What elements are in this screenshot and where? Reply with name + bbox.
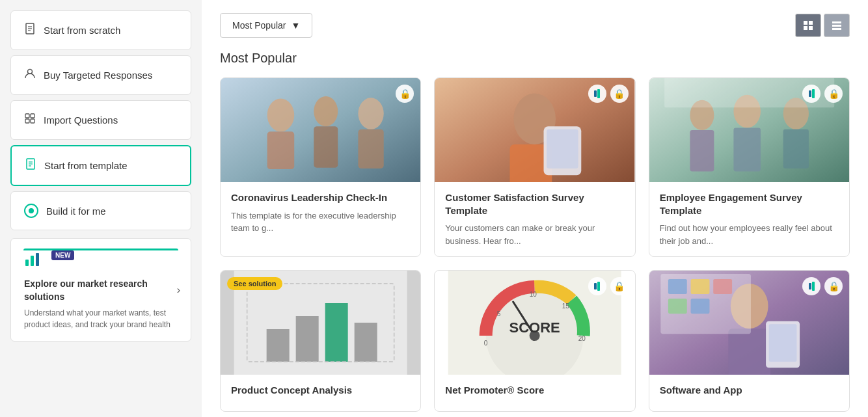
card-title-product: Product Concept Analysis	[231, 384, 410, 397]
sidebar-item-template[interactable]: Start from template	[10, 145, 191, 186]
svg-rect-13	[25, 260, 29, 266]
import-icon	[24, 113, 36, 128]
targeted-label: Buy Targeted Responses	[44, 70, 152, 81]
svg-rect-25	[267, 131, 295, 169]
svg-rect-63	[768, 324, 796, 362]
card-title-leadership: Coronavirus Leadership Check-In	[231, 191, 410, 204]
sm-badge-customer	[588, 85, 606, 103]
svg-rect-39	[733, 128, 761, 172]
card-title-nps: Net Promoter® Score	[445, 384, 624, 397]
card-desc-employee: Find out how your employees really feel …	[660, 222, 839, 247]
card-desc-leadership: This template is for the executive leade…	[231, 209, 410, 235]
build-circle-icon	[24, 204, 38, 218]
svg-rect-65	[668, 279, 687, 294]
svg-rect-69	[690, 299, 709, 314]
svg-rect-6	[31, 114, 34, 118]
svg-point-26	[314, 96, 338, 126]
svg-rect-18	[804, 26, 807, 30]
view-toggle	[795, 14, 850, 37]
lock-badge-customer: 🔒	[610, 85, 629, 103]
svg-rect-44	[267, 329, 290, 362]
scratch-label: Start from scratch	[44, 25, 120, 36]
market-desc: Understand what your market wants, test …	[24, 307, 178, 330]
card-image-customer: 🔒	[435, 78, 634, 182]
sidebar: Start from scratch Buy Targeted Response…	[0, 0, 202, 417]
sm-badge-software	[802, 277, 821, 295]
svg-rect-20	[832, 21, 841, 23]
svg-rect-47	[355, 323, 377, 362]
new-badge: NEW	[51, 250, 74, 260]
template-label: Start from template	[44, 160, 128, 171]
svg-text:SCORE: SCORE	[509, 319, 560, 336]
lock-badge-software: 🔒	[824, 277, 843, 295]
card-body-software: Software and App	[649, 375, 849, 411]
sidebar-item-scratch[interactable]: Start from scratch	[10, 10, 191, 50]
market-title: Explore our market research solutions	[24, 278, 178, 303]
svg-rect-29	[358, 129, 383, 168]
sm-badge-nps	[588, 277, 606, 295]
template-card-nps[interactable]: SCORE 0 5 10 15 20 🔒 Net Promoter	[434, 270, 635, 412]
templates-grid: 🔒 Coronavirus Leadership Check-In This t…	[220, 77, 850, 412]
main-content: Most Popular ▼ Most Popular	[202, 0, 868, 417]
svg-point-28	[358, 98, 383, 129]
svg-text:0: 0	[484, 340, 488, 347]
card-title-customer: Customer Satisfaction Survey Template	[445, 191, 624, 217]
svg-rect-61	[728, 329, 770, 375]
sidebar-item-build[interactable]: Build it for me	[10, 191, 191, 230]
grid-view-button[interactable]	[795, 14, 821, 37]
sidebar-item-import[interactable]: Import Questions	[10, 100, 191, 140]
svg-rect-21	[832, 25, 841, 27]
toolbar: Most Popular ▼	[220, 13, 850, 38]
svg-rect-67	[713, 279, 732, 294]
market-arrow-icon: ›	[177, 284, 180, 296]
import-label: Import Questions	[44, 114, 118, 126]
template-card-employee[interactable]: 🔒 Employee Engagement Survey Template Fi…	[649, 77, 850, 257]
svg-rect-8	[31, 119, 34, 123]
svg-rect-37	[690, 130, 714, 172]
card-body-leadership: Coronavirus Leadership Check-In This tem…	[221, 182, 420, 244]
user-icon	[24, 68, 36, 83]
dropdown-arrow-icon: ▼	[291, 20, 300, 31]
template-icon	[25, 158, 36, 173]
sort-dropdown[interactable]: Most Popular ▼	[220, 13, 312, 38]
template-card-leadership[interactable]: 🔒 Coronavirus Leadership Check-In This t…	[220, 77, 421, 257]
list-view-button[interactable]	[824, 14, 850, 37]
see-solution-badge: See solution	[227, 277, 282, 290]
sm-badge-employee	[802, 85, 821, 103]
card-body-nps: Net Promoter® Score	[435, 375, 634, 411]
template-card-software[interactable]: 🔒 Software and App	[649, 270, 850, 412]
svg-rect-22	[832, 28, 841, 30]
svg-rect-68	[668, 299, 687, 314]
svg-rect-15	[36, 253, 39, 266]
svg-rect-14	[31, 256, 34, 266]
card-image-software: 🔒	[649, 271, 849, 375]
svg-rect-45	[296, 316, 319, 362]
section-title: Most Popular	[220, 51, 850, 66]
card-title-software: Software and App	[660, 384, 839, 397]
card-image-employee: 🔒	[649, 78, 849, 182]
sort-label: Most Popular	[232, 20, 286, 31]
svg-rect-34	[547, 129, 578, 168]
card-image-nps: SCORE 0 5 10 15 20 🔒	[435, 271, 634, 375]
template-card-customer[interactable]: 🔒 Customer Satisfaction Survey Template …	[434, 77, 635, 257]
market-research-card[interactable]: NEW Explore our market research solution…	[10, 238, 191, 342]
card-body-employee: Employee Engagement Survey Template Find…	[649, 182, 849, 256]
svg-rect-66	[690, 279, 709, 294]
svg-rect-16	[804, 21, 807, 25]
build-label: Build it for me	[46, 206, 106, 217]
market-icon	[24, 250, 41, 271]
card-body-customer: Customer Satisfaction Survey Template Yo…	[435, 182, 634, 256]
card-title-employee: Employee Engagement Survey Template	[660, 191, 839, 217]
lock-badge-employee: 🔒	[824, 85, 843, 103]
svg-point-24	[267, 98, 295, 131]
sidebar-item-targeted[interactable]: Buy Targeted Responses	[10, 55, 191, 95]
svg-text:10: 10	[530, 291, 537, 298]
svg-rect-46	[325, 303, 348, 362]
svg-text:5: 5	[497, 310, 501, 317]
card-desc-customer: Your customers can make or break your bu…	[445, 222, 624, 247]
svg-rect-7	[25, 119, 29, 123]
svg-rect-19	[809, 26, 813, 30]
template-card-product[interactable]: See solution Product Concept Analysis	[220, 270, 421, 412]
svg-rect-17	[809, 21, 813, 25]
svg-rect-5	[25, 114, 29, 118]
